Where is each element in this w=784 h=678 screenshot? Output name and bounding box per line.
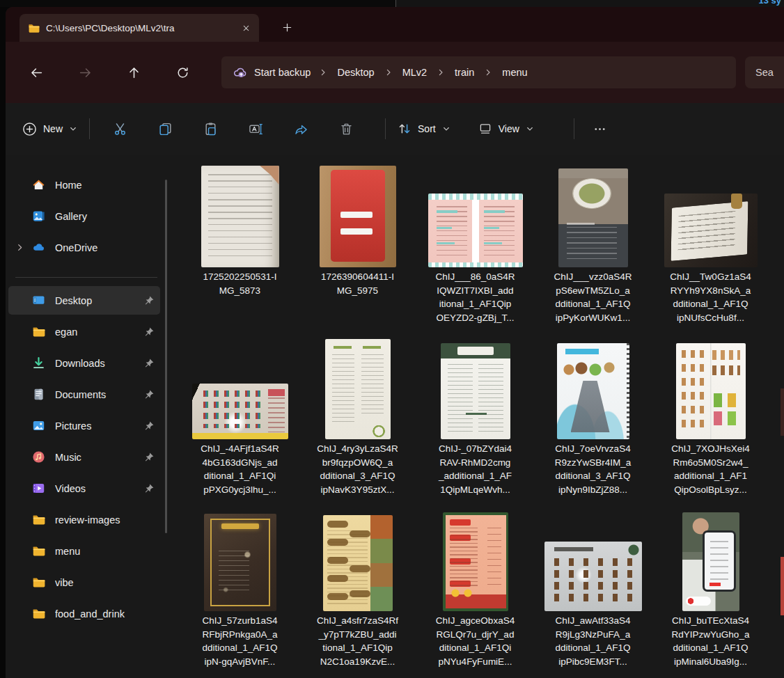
file-thumbnail-red-card-menu [320,166,396,267]
sidebar-item-vibe[interactable]: vibe [8,568,160,597]
sidebar-item-label: egan [55,326,143,338]
chevron-right-icon [319,68,327,77]
back-icon [30,66,43,79]
back-button[interactable] [22,58,50,86]
share-button[interactable] [283,113,319,144]
plus-circle-icon [22,122,37,136]
file-item[interactable]: ChIJ___86_0aS4R IQWZIT7IXBI_add itional_… [416,166,534,338]
file-item[interactable]: ChIJ_7oeVrvzaS4 R9zzYwSBr4IM_a dditional… [534,338,652,510]
background-app-strip: 13 sy [0,0,784,7]
sidebar-item-food-and-drink[interactable]: food_and_drink [8,599,160,628]
sort-label: Sort [418,123,436,134]
cloud-backup-icon [233,65,247,80]
file-thumbnail-dark-salad-menu [558,168,628,267]
sidebar-item-label: Gallery [55,211,155,222]
pin-icon [143,295,155,306]
forward-button[interactable] [71,58,99,86]
rename-icon [249,122,263,136]
start-backup-button[interactable]: Start backup [233,65,311,80]
cut-button[interactable] [102,113,138,144]
file-thumbnail-green-header-menu [441,343,510,439]
sidebar-item-pictures[interactable]: Pictures [8,411,160,440]
view-button[interactable]: View [478,122,534,136]
file-item[interactable]: ChIJ_agceObxaS4 RGLQr7u_djrY_ad ditional… [416,510,534,678]
rename-button[interactable] [237,113,274,144]
file-name: ChIJ_buTEcXtaS4 RdYIPzwYuGho_a dditional… [672,614,750,668]
toolbar-separator [574,118,574,139]
folder-icon [32,607,45,620]
file-item[interactable]: ChIJ__Tw0Gz1aS4 RYYh9YX8nSkA_a dditional… [652,166,769,338]
file-item[interactable]: ChIJ_57zurb1aS4 RFbjRPnkga0A_a dditional… [181,510,299,678]
file-name: ChIJ_7XOJHsXei4 Rm6o5M0Sr2w4_ additional… [671,442,750,496]
gallery-icon [32,210,45,223]
paste-button[interactable] [192,113,228,144]
sidebar-item-review-images[interactable]: review-images [8,505,160,534]
new-tab-button[interactable] [276,16,298,38]
file-item[interactable]: ChIJ___vzz0aS4R pS6ewTM5ZLo_a dditional_… [534,166,652,338]
command-toolbar: New Sort View [6,103,784,155]
sidebar-item-music[interactable]: Music [8,443,160,471]
file-item[interactable]: ChIJ_a4sfr7zaS4Rf _y7pT7kZBU_addi tional… [299,510,416,678]
pictures-icon [32,419,45,432]
file-item[interactable]: ChIJ_-4AFjf1aS4R 4bG163dGNjs_ad ditional… [181,338,299,510]
breadcrumb-segment-train[interactable]: train [453,67,476,78]
new-label: New [43,123,63,134]
file-item[interactable]: ChIJ_7XOJHsXei4 Rm6o5M0Sr2w4_ additional… [652,338,769,510]
background-divider [395,0,396,7]
file-item[interactable]: ChIJ-_07bZYdai4 RAV-RhMD2cmg _additional… [416,338,534,510]
file-item[interactable]: ChIJ_awAtf33aS4 R9jLg3NzPuFA_a dditional… [534,510,652,678]
toolbar-separator [89,118,90,139]
new-button[interactable]: New [22,122,77,136]
forward-icon [79,66,92,79]
pin-icon [143,326,155,338]
file-name: ChIJ_a4sfr7zaS4Rf _y7pT7kZBU_addi tional… [317,614,398,668]
sidebar-item-gallery[interactable]: Gallery [8,202,160,230]
refresh-button[interactable] [168,58,196,86]
sidebar-item-label: review-images [55,514,155,526]
chevron-right-icon[interactable] [15,243,32,252]
sidebar-item-downloads[interactable]: Downloads [8,349,160,377]
file-name: ChIJ___vzz0aS4R pS6ewTM5ZLo_a dditional_… [554,270,632,324]
folder-icon [32,325,45,338]
file-thumbnail-gold-frame-dark-menu [204,514,276,611]
delete-button[interactable] [328,113,364,144]
tab-close-button[interactable] [237,19,255,37]
sidebar-item-egan[interactable]: egan [8,317,160,346]
chevron-right-icon [437,68,445,77]
file-explorer-window: C:\Users\PC\Desktop\MLv2\tra Start backu… [6,7,784,678]
background-clipped-text: 13 sy [758,0,781,6]
file-item[interactable]: 1725202250531-I MG_5873 [181,166,299,338]
file-thumbnail-salmon-red-menu [443,512,508,611]
file-name: ChIJ_awAtf33aS4 R9jLg3NzPuFA_a dditional… [555,614,630,668]
sidebar-item-onedrive[interactable]: OneDrive [8,233,160,262]
chevron-right-icon [484,68,492,77]
file-name: ChIJ_-4AFjf1aS4R 4bG163dGNjs_ad ditional… [201,442,279,496]
sidebar-divider [15,277,157,278]
sidebar-item-documents[interactable]: Documents [8,380,160,409]
sidebar-scrollbar[interactable] [165,180,167,533]
delete-icon [339,122,354,136]
breadcrumb-segment-desktop[interactable]: Desktop [336,67,375,78]
sidebar-item-menu[interactable]: menu [8,537,160,565]
downloads-icon [32,356,45,370]
sidebar-item-home[interactable]: Home [8,171,160,199]
up-button[interactable] [120,58,148,86]
music-icon [32,450,45,464]
breadcrumb-segment-mlv2[interactable]: MLv2 [401,67,428,78]
sidebar-item-desktop[interactable]: Desktop [8,286,160,315]
partial-file-sliver [781,557,784,615]
file-thumbnail-angled-white-menu [664,194,758,267]
file-item[interactable]: 1726390604411-I MG_5975 [299,166,416,338]
explorer-tab[interactable]: C:\Users\PC\Desktop\MLv2\tra [19,14,259,42]
breadcrumb-segment-menu[interactable]: menu [501,67,528,78]
file-item[interactable]: ChIJ_buTEcXtaS4 RdYIPzwYuGho_a dditional… [652,510,769,678]
breadcrumb-segments: Desktop MLv2 train menu [311,67,528,78]
folder-icon [32,544,45,558]
search-input[interactable]: Sea [745,56,784,88]
pin-icon [143,420,155,432]
copy-button[interactable] [147,113,183,144]
see-more-button[interactable] [586,115,614,143]
sort-button[interactable]: Sort [398,122,450,136]
sidebar-item-videos[interactable]: Videos [8,474,160,503]
file-item[interactable]: ChIJ_4ry3yLzaS4R br9fqzpOW6Q_a dditional… [299,338,416,510]
